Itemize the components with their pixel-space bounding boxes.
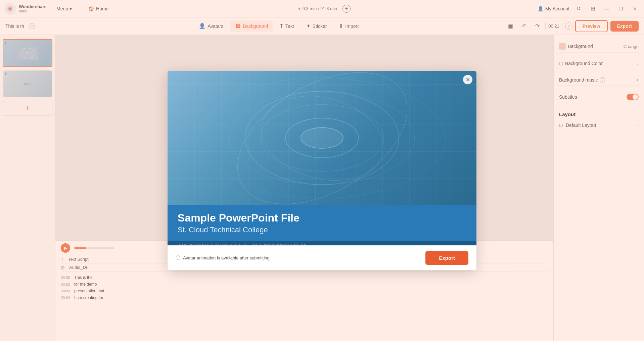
modal-overlay: ✕ Sample PowerPoint File St. Cloud Techn…: [0, 0, 644, 341]
preview-slide: [168, 71, 476, 205]
preview-footer: INTRA BUSINESS STATISTICS DIGITAL TRACK …: [168, 241, 476, 245]
info-icon: ⓘ: [176, 255, 180, 261]
preview-main-title: Sample PowerPoint File: [178, 212, 466, 224]
preview-subtitle: St. Cloud Technical College: [178, 226, 466, 234]
info-text: Avatar animation is available after subm…: [183, 255, 271, 260]
modal-preview-area: Sample PowerPoint File St. Cloud Technic…: [168, 71, 476, 245]
modal-info: ⓘ Avatar animation is available after su…: [176, 255, 271, 261]
export-button-modal[interactable]: Export: [425, 251, 468, 265]
footer-text: INTRA BUSINESS STATISTICS DIGITAL TRACK …: [178, 243, 307, 246]
preview-modal: ✕ Sample PowerPoint File St. Cloud Techn…: [168, 71, 476, 270]
modal-close-button[interactable]: ✕: [463, 75, 472, 84]
preview-title-bar: Sample PowerPoint File St. Cloud Technic…: [168, 205, 476, 241]
modal-bottom-bar: ⓘ Avatar animation is available after su…: [168, 245, 476, 270]
